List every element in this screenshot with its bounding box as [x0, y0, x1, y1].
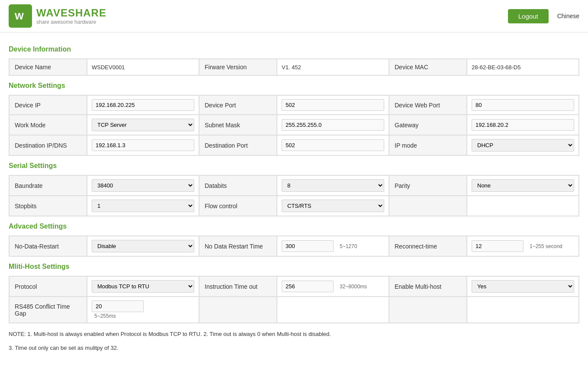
mac-label: Device MAC: [389, 59, 467, 75]
rs485-input[interactable]: [92, 300, 144, 312]
empty-value-2: [277, 297, 389, 323]
protocol-select[interactable]: Modbus TCP to RTU None: [92, 280, 194, 293]
enable-multi-select[interactable]: Yes No: [472, 280, 574, 293]
enable-multi-field: Yes No: [467, 276, 579, 297]
web-port-input[interactable]: [472, 99, 574, 111]
logo-text-area: WAVESHARE share awesome hardware: [36, 7, 106, 25]
no-data-time-input[interactable]: [282, 240, 334, 252]
empty-value-3: [467, 297, 579, 323]
instruction-range: 32~8000ms: [340, 284, 367, 290]
device-port-label: Device Port: [199, 95, 277, 115]
databits-select[interactable]: 5 6 7 8: [282, 179, 384, 192]
network-settings-grid: Device IP Device Port Device Web Port Wo…: [9, 95, 579, 156]
note2: 3. Time out only can be set as mulitpy o…: [9, 343, 579, 353]
enable-multi-label: Enable Multi-host: [389, 276, 467, 297]
flow-label: Flow control: [199, 196, 277, 216]
device-name-text: WSDEV0001: [92, 64, 125, 71]
device-port-input[interactable]: [282, 99, 384, 111]
parity-select[interactable]: None Odd Even: [472, 179, 574, 192]
no-data-time-wrapper: 5~1270: [282, 240, 357, 252]
device-ip-input[interactable]: [92, 99, 194, 111]
firmware-value: V1. 452: [277, 59, 389, 75]
reconnect-field: 1~255 second: [467, 236, 579, 256]
device-name-value: WSDEV0001: [87, 59, 199, 75]
no-data-time-label: No Data Restart Time: [199, 236, 277, 256]
dest-port-field: [277, 135, 389, 155]
subnet-field: [277, 115, 389, 135]
instruction-label: Instruction Time out: [199, 276, 277, 297]
subnet-input[interactable]: [282, 119, 384, 131]
network-settings-title: Network Settings: [9, 82, 579, 90]
reconnect-label: Reconnect-time: [389, 236, 467, 256]
protocol-label: Protocol: [9, 276, 87, 297]
flow-field: None CTS/RTS XON/XOFF: [277, 196, 389, 216]
note1: NOTE: 1. Multi-host is always enabled wh…: [9, 329, 579, 339]
mac-value: 28-62-BE-03-68-D5: [467, 59, 579, 75]
advanced-settings-grid: No-Data-Restart Disable Enable No Data R…: [9, 236, 579, 257]
web-port-field: [467, 95, 579, 115]
device-ip-field: [87, 95, 199, 115]
device-port-field: [277, 95, 389, 115]
logo-sub-text: share awesome hardware: [36, 19, 106, 25]
empty-value-1: [467, 196, 579, 216]
ip-mode-label: IP mode: [389, 135, 467, 155]
logo-main-text: WAVESHARE: [36, 7, 106, 19]
serial-settings-grid: Baundrate 9600 19200 38400 57600 115200 …: [9, 175, 579, 216]
device-info-grid: Device Name WSDEV0001 Firware Version V1…: [9, 58, 579, 76]
chinese-link[interactable]: Chinese: [557, 13, 579, 19]
main-content: Device Information Device Name WSDEV0001…: [0, 32, 588, 361]
databits-label: Databits: [199, 175, 277, 196]
work-mode-select[interactable]: TCP Server TCP Client UDP Serial: [92, 119, 194, 131]
firmware-text: V1. 452: [282, 64, 301, 71]
web-port-label: Device Web Port: [389, 95, 467, 115]
flow-select[interactable]: None CTS/RTS XON/XOFF: [282, 200, 384, 212]
serial-settings-title: Serial Settings: [9, 162, 579, 170]
parity-field: None Odd Even: [467, 175, 579, 196]
parity-label: Parity: [389, 175, 467, 196]
stopbits-select[interactable]: 1 2: [92, 200, 194, 212]
rs485-wrapper: 5~255ms: [92, 300, 144, 319]
rs485-label: RS485 Conflict Time Gap: [9, 297, 87, 323]
empty-label-2: [199, 297, 277, 323]
no-data-restart-select[interactable]: Disable Enable: [92, 240, 194, 252]
no-data-restart-field: Disable Enable: [87, 236, 199, 256]
dest-ip-field: [87, 135, 199, 155]
reconnect-input[interactable]: [472, 240, 524, 252]
gateway-field: [467, 115, 579, 135]
dest-ip-input[interactable]: [92, 139, 194, 151]
dest-port-input[interactable]: [282, 139, 384, 151]
device-ip-label: Device IP: [9, 95, 87, 115]
header: W WAVESHARE share awesome hardware Logou…: [0, 0, 588, 32]
work-mode-label: Work Mode: [9, 115, 87, 135]
gateway-input[interactable]: [472, 119, 574, 131]
device-info-title: Device Information: [9, 45, 579, 53]
reconnect-range: 1~255 second: [530, 243, 562, 249]
stopbits-label: Stopbits: [9, 196, 87, 216]
baudrate-label: Baundrate: [9, 175, 87, 196]
ip-mode-field: DHCP Static: [467, 135, 579, 155]
baudrate-select[interactable]: 9600 19200 38400 57600 115200: [92, 179, 194, 192]
device-name-label: Device Name: [9, 59, 87, 75]
instruction-input[interactable]: [282, 281, 334, 292]
work-mode-field: TCP Server TCP Client UDP Serial: [87, 115, 199, 135]
dest-ip-label: Destination IP/DNS: [9, 135, 87, 155]
mac-text: 28-62-BE-03-68-D5: [472, 64, 521, 71]
no-data-time-field: 5~1270: [277, 236, 389, 256]
protocol-field: Modbus TCP to RTU None: [87, 276, 199, 297]
rs485-range: 5~255ms: [94, 313, 144, 319]
ip-mode-select[interactable]: DHCP Static: [472, 139, 574, 152]
empty-label-1: [389, 196, 467, 216]
header-right: Logout Chinese: [508, 9, 579, 23]
empty-label-3: [389, 297, 467, 323]
logo-area: W WAVESHARE share awesome hardware: [9, 4, 106, 28]
no-data-restart-label: No-Data-Restart: [9, 236, 87, 256]
subnet-label: Subnet Mask: [199, 115, 277, 135]
stopbits-field: 1 2: [87, 196, 199, 216]
logo-icon: W: [9, 4, 32, 28]
logout-button[interactable]: Logout: [508, 9, 549, 23]
advanced-settings-title: Advaced Settings: [9, 223, 579, 230]
multi-host-title: Mliti-Host Settings: [9, 263, 579, 271]
reconnect-wrapper: 1~255 second: [472, 240, 562, 252]
firmware-label: Firware Version: [199, 59, 277, 75]
no-data-time-range: 5~1270: [340, 243, 357, 249]
